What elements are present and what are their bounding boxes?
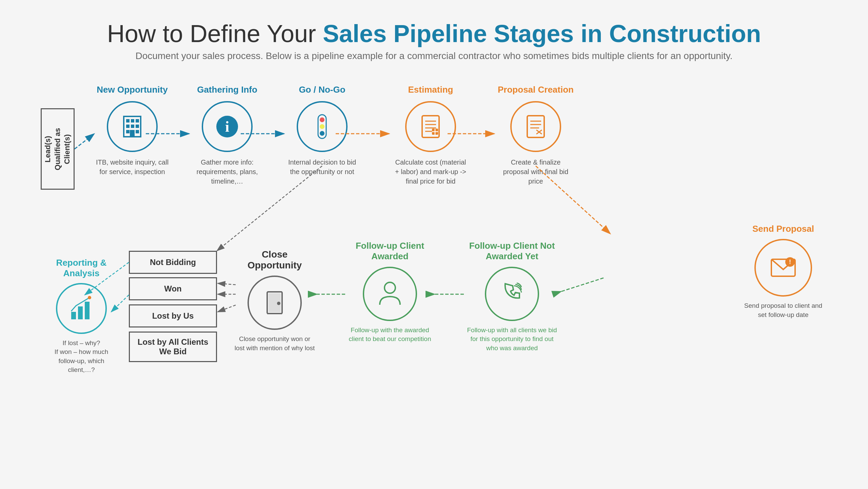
lead-box: Lead(s)Qualified asClient(s) — [41, 108, 75, 190]
svg-rect-7 — [126, 130, 130, 133]
close-opportunity-title: Close Opportunity — [234, 249, 315, 271]
followup-notawarded-section: Follow-up Client Not Awarded Yet Follow-… — [465, 241, 559, 353]
not-bidding-label: Not Bidding — [150, 258, 196, 267]
followup-awarded-desc: Follow-up with the awarded client to bea… — [346, 326, 434, 344]
stage-go-nogo: Go / No-Go Internal decision to bid the … — [285, 84, 359, 176]
svg-text:!: ! — [789, 259, 791, 265]
followup-awarded-section: Follow-up Client Awarded Follow-up with … — [346, 241, 434, 344]
outcome-box-lost-us: Lost by Us — [129, 304, 217, 327]
send-proposal-desc: Send proposal to client and set follow-u… — [739, 301, 827, 319]
door-icon — [261, 289, 288, 316]
svg-rect-34 — [78, 306, 83, 319]
stage-circle-proposal-creation — [510, 101, 561, 152]
stage-estimating: Estimating Calculate cost (material + la… — [390, 84, 471, 186]
outcome-lost-all-label: Lost by All Clients We Bid — [130, 337, 216, 356]
svg-rect-4 — [126, 125, 130, 128]
info-icon: i — [214, 113, 241, 140]
outcome-box-lost-all: Lost by All Clients We Bid — [129, 332, 217, 362]
stage-title-estimating: Estimating — [408, 84, 453, 95]
main-title: How to Define Your Sales Pipeline Stages… — [34, 20, 834, 47]
stage-circle-go-nogo — [297, 101, 348, 152]
svg-point-39 — [277, 302, 280, 305]
svg-text:i: i — [225, 118, 229, 135]
estimating-icon — [417, 113, 444, 140]
stage-proposal-creation: Proposal Creation Create & finalize prop… — [495, 84, 576, 186]
stage-desc-new-opportunity: ITB, website inquiry, call for service, … — [95, 157, 170, 176]
outcome-won-label: Won — [164, 284, 182, 294]
followup-awarded-circle — [363, 267, 417, 321]
svg-rect-2 — [131, 119, 134, 123]
person-icon — [376, 280, 403, 307]
stage-title-proposal-creation: Proposal Creation — [498, 84, 574, 95]
svg-rect-1 — [126, 119, 130, 123]
svg-rect-6 — [136, 125, 139, 128]
svg-rect-9 — [130, 130, 135, 137]
title-prefix: How to Define Your — [107, 20, 323, 47]
close-to-won-arrow — [218, 283, 236, 285]
svg-point-13 — [320, 117, 324, 122]
reporting-desc: If lost – why?If won – how muchfollow-up… — [41, 339, 122, 375]
envelope-icon: ! — [768, 252, 798, 283]
proposal-icon — [522, 113, 549, 140]
close-opportunity-desc: Close opportunity won or lost with menti… — [234, 335, 315, 353]
svg-rect-33 — [71, 312, 76, 319]
phone-icon — [498, 280, 526, 307]
building-icon — [119, 113, 146, 140]
reporting-title: Reporting &Analysis — [41, 258, 122, 279]
stage-title-go-nogo: Go / No-Go — [299, 84, 345, 95]
stage-desc-go-nogo: Internal decision to bid the opportunity… — [285, 157, 359, 176]
close-opportunity-section: Close Opportunity Close opportunity won … — [234, 249, 315, 353]
outcome-box-won: Won — [129, 277, 217, 300]
close-opportunity-circle — [248, 276, 302, 330]
send-proposal-section: Send Proposal ! Send proposal to client … — [739, 224, 827, 319]
send-to-notawarded-arrow — [561, 278, 604, 291]
stage-circle-gathering-info: i — [202, 101, 253, 152]
outcome-boxes: Won Lost by Us Lost by All Clients We Bi… — [129, 277, 217, 362]
reporting-circle — [56, 283, 107, 334]
svg-point-14 — [320, 124, 324, 129]
followup-notawarded-desc: Follow-up with all clients we bid for th… — [465, 326, 559, 353]
stage-desc-estimating: Calculate cost (material + labor) and ma… — [393, 157, 468, 186]
chart-icon — [68, 295, 95, 322]
stage-desc-gathering-info: Gather more info: requirements, plans, t… — [190, 157, 264, 186]
stage-circle-new-opportunity — [107, 101, 158, 152]
svg-rect-8 — [136, 130, 139, 133]
title-area: How to Define Your Sales Pipeline Stages… — [34, 20, 834, 61]
traffic-light-icon — [309, 113, 336, 140]
stage-title-gathering-info: Gathering Info — [197, 84, 257, 95]
outcome-lost-us-label: Lost by Us — [152, 311, 194, 321]
svg-rect-35 — [85, 302, 90, 319]
svg-point-41 — [384, 282, 395, 293]
followup-awarded-title: Follow-up Client Awarded — [346, 241, 434, 262]
stage-circle-estimating — [405, 101, 456, 152]
followup-notawarded-title: Follow-up Client Not Awarded Yet — [465, 241, 559, 262]
stage-desc-proposal-creation: Create & finalize proposal with final bi… — [498, 157, 573, 186]
svg-point-36 — [88, 296, 91, 299]
not-bidding-box: Not Bidding — [129, 251, 217, 274]
diagram: Lead(s)Qualified asClient(s) New Opportu… — [34, 68, 834, 441]
svg-point-15 — [320, 131, 324, 136]
close-to-lostall-arrow — [218, 305, 236, 312]
stage-title-new-opportunity: New Opportunity — [97, 84, 167, 95]
svg-rect-5 — [131, 125, 134, 128]
subtitle: Document your sales process. Below is a … — [34, 51, 834, 61]
title-highlight: Sales Pipeline Stages in Construction — [323, 20, 761, 47]
lead-box-text: Lead(s)Qualified asClient(s) — [43, 128, 72, 170]
stage-gathering-info: Gathering Info i Gather more info: requi… — [190, 84, 264, 186]
slide: How to Define Your Sales Pipeline Stages… — [0, 0, 868, 489]
send-proposal-title: Send Proposal — [752, 224, 814, 234]
lead-to-new-opp-arrow — [75, 134, 94, 149]
reporting-section: Reporting &Analysis If lost – why?If won… — [41, 258, 122, 375]
stage-new-opportunity: New Opportunity ITB, website inquiry, ca… — [95, 84, 170, 176]
send-proposal-circle: ! — [754, 239, 812, 297]
svg-rect-3 — [136, 119, 139, 123]
followup-notawarded-circle — [485, 267, 539, 321]
